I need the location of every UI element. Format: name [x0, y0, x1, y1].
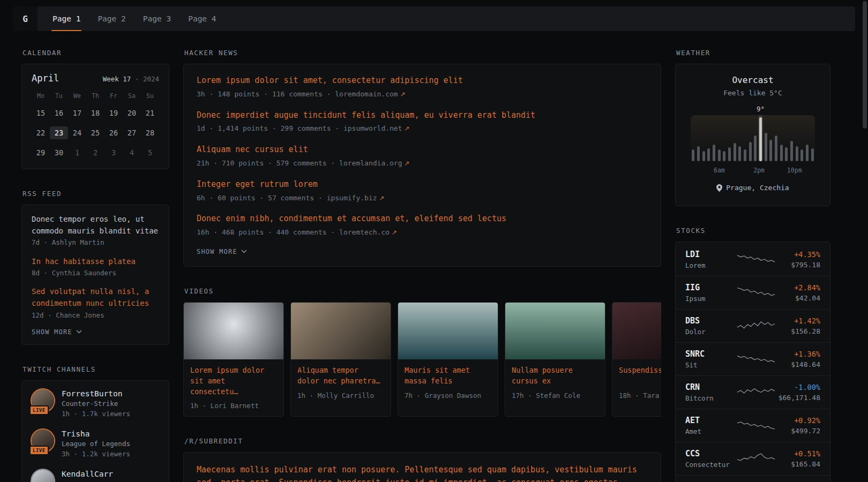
- stock-change: +4.35%: [775, 250, 820, 259]
- weather-bar: [734, 143, 736, 161]
- stock-price: $156.28: [775, 327, 820, 335]
- weather-bar: [765, 133, 767, 161]
- calendar-day-header: We: [68, 92, 86, 100]
- stock-row[interactable]: CCS Consectetur +0.51% $165.84: [676, 442, 830, 475]
- video-meta: 1h · Lori Barnett: [184, 397, 283, 416]
- stock-row[interactable]: DBS Dolor +1.42% $156.28: [676, 309, 830, 342]
- calendar-day-cell: 29: [32, 146, 50, 159]
- stock-row[interactable]: CRN Bitcorn -1.00% $66,171.48: [676, 375, 830, 409]
- stock-sparkline: [737, 351, 775, 367]
- calendar-day-cell: 27: [123, 126, 141, 139]
- hn-item-domain-link[interactable]: loremlandia.org: [339, 159, 402, 167]
- video-title-link[interactable]: Suspendisse diam: [612, 359, 661, 387]
- hn-item-link[interactable]: Donec imperdiet augue tincidunt felis al…: [197, 110, 648, 122]
- twitch-channel-row[interactable]: LIVE KendallCarr: [32, 470, 159, 482]
- reddit-post-link[interactable]: Maecenas mollis pulvinar erat non posuer…: [197, 463, 648, 482]
- stock-identity: IIG Ipsum: [685, 283, 737, 303]
- hn-show-more-button[interactable]: SHOW MORE: [197, 248, 247, 255]
- stock-name: Lorem: [685, 261, 737, 269]
- hn-item-stats: 1d · 1,414 points · 299 comments ·: [197, 124, 343, 132]
- twitch-widget: TWITCH CHANNELS LIVE ForrestBurton Count…: [21, 365, 169, 482]
- external-link-icon: ↗: [400, 91, 406, 98]
- stock-symbol: CRN: [685, 382, 737, 392]
- stock-row[interactable]: SNRC Sit +1.36% $148.64: [676, 342, 830, 375]
- weather-bar-column: [810, 115, 815, 161]
- rss-item-link[interactable]: Donec tempor eros leo, ut commodo mauris…: [32, 214, 159, 237]
- rss-item-link[interactable]: In hac habitasse platea: [32, 256, 159, 268]
- video-title-link[interactable]: Aliquam tempor dolor nec pharetra…: [291, 359, 391, 387]
- video-card[interactable]: Suspendisse diam 18h · Tara: [612, 302, 661, 417]
- hn-item-stats: 21h · 710 points · 579 comments ·: [197, 159, 339, 167]
- calendar-day-cell: 5: [141, 146, 159, 159]
- video-card[interactable]: Lorem ipsum dolor sit amet consectetu… 1…: [183, 302, 284, 417]
- calendar-month: April: [32, 73, 59, 84]
- calendar-day-cell: 21: [141, 107, 159, 119]
- stock-name: Amet: [685, 427, 737, 435]
- hn-item-domain-link[interactable]: ipsumworld.net: [343, 124, 402, 132]
- stock-price: $165.84: [775, 460, 820, 468]
- channel-name[interactable]: KendallCarr: [62, 470, 113, 478]
- weather-bar: [702, 151, 705, 161]
- hn-item-stats: 6h · 60 points · 57 comments ·: [197, 194, 327, 202]
- stock-symbol: DBS: [685, 316, 737, 326]
- channel-name[interactable]: Trisha: [62, 430, 130, 438]
- page-tab[interactable]: Page 2: [96, 6, 126, 31]
- videos-row: Lorem ipsum dolor sit amet consectetu… 1…: [183, 302, 661, 417]
- stocks-card: LDI Lorem +4.35% $795.18 IIG Ipsum: [675, 242, 830, 482]
- hn-item-link[interactable]: Aliquam nec cursus elit: [197, 144, 648, 156]
- hn-item-link[interactable]: Donec enim nibh, condimentum et accumsan…: [197, 213, 648, 225]
- chevron-down-icon: [76, 330, 82, 334]
- video-title-link[interactable]: Nullam posuere cursus ex: [505, 359, 605, 387]
- stock-row[interactable]: LDI Lorem +4.35% $795.18: [676, 243, 830, 276]
- stock-row[interactable]: AHS +0.46%: [676, 475, 830, 482]
- video-title-link[interactable]: Lorem ipsum dolor sit amet consectetu…: [184, 359, 283, 397]
- page-scrollbar[interactable]: [863, 1, 867, 129]
- hn-item-domain-link[interactable]: loremtech.co: [339, 228, 390, 236]
- weather-bar: [769, 140, 772, 161]
- page-tab[interactable]: Page 4: [187, 6, 217, 31]
- video-title-link[interactable]: Mauris sit amet massa felis: [398, 359, 498, 387]
- twitch-widget-title: TWITCH CHANNELS: [23, 365, 169, 373]
- app-logo[interactable]: G: [13, 6, 38, 31]
- weather-bar-column: [799, 115, 805, 161]
- weather-bar: [713, 145, 715, 161]
- stock-identity: CRN Bitcorn: [685, 382, 737, 402]
- rss-item-meta: 7d · Ashlyn Martin: [32, 238, 159, 247]
- stock-values: +4.35% $795.18: [775, 250, 820, 269]
- stock-row[interactable]: IIG Ipsum +2.84% $42.04: [676, 276, 830, 309]
- hacker-news-widget: HACKER NEWS Lorem ipsum dolor sit amet, …: [183, 49, 661, 267]
- stock-values: +0.92% $499.72: [775, 416, 820, 435]
- weather-bar-column: [732, 115, 737, 161]
- hn-item-link[interactable]: Lorem ipsum dolor sit amet, consectetur …: [197, 75, 648, 87]
- stock-change: +1.42%: [775, 317, 820, 325]
- weather-bar: [785, 147, 788, 161]
- twitch-channel-row[interactable]: LIVE ForrestBurton Counter-Strike 1h · 1…: [32, 389, 159, 419]
- stock-symbol: CCS: [685, 449, 737, 458]
- weather-bar: [790, 141, 793, 161]
- calendar-day-cell: 17: [68, 107, 86, 119]
- hn-item-domain-link[interactable]: ipsumify.biz: [327, 194, 377, 202]
- stock-identity: SNRC Sit: [685, 349, 737, 369]
- weather-current-temp: 9°: [757, 105, 765, 113]
- weather-chart: 9°: [691, 115, 815, 161]
- stock-price: $795.18: [775, 261, 820, 269]
- hn-item-link[interactable]: Integer eget rutrum lorem: [197, 179, 648, 191]
- weather-bar-column: [758, 115, 764, 161]
- video-card[interactable]: Aliquam tempor dolor nec pharetra… 1h · …: [290, 302, 391, 417]
- weather-widget: WEATHER Overcast Feels like 5°C 9° 6am2p…: [675, 49, 830, 206]
- channel-name[interactable]: ForrestBurton: [62, 389, 130, 398]
- twitch-channel-row[interactable]: LIVE Trisha League of Legends 3h · 1.2k …: [32, 430, 159, 459]
- hn-item-domain-link[interactable]: loremdomain.com: [335, 90, 398, 98]
- stock-row[interactable]: AET Amet +0.92% $499.72: [676, 409, 830, 442]
- video-card[interactable]: Mauris sit amet massa felis 7h · Grayson…: [398, 302, 498, 417]
- hacker-news-item: Aliquam nec cursus elit 21h · 710 points…: [197, 144, 648, 169]
- calendar-day-cell: 20: [123, 107, 141, 119]
- stock-symbol: LDI: [685, 250, 737, 259]
- stock-price: $66,171.48: [775, 394, 820, 402]
- rss-show-more-button[interactable]: SHOW MORE: [32, 328, 82, 336]
- page-tab[interactable]: Page 3: [142, 6, 172, 31]
- rss-item-link[interactable]: Sed volutpat nulla nisl, a condimentum n…: [32, 286, 159, 309]
- weather-time-label: 2pm: [753, 167, 765, 174]
- video-card[interactable]: Nullam posuere cursus ex 17h · Stefan Co…: [505, 302, 605, 417]
- page-tab[interactable]: Page 1: [51, 6, 81, 31]
